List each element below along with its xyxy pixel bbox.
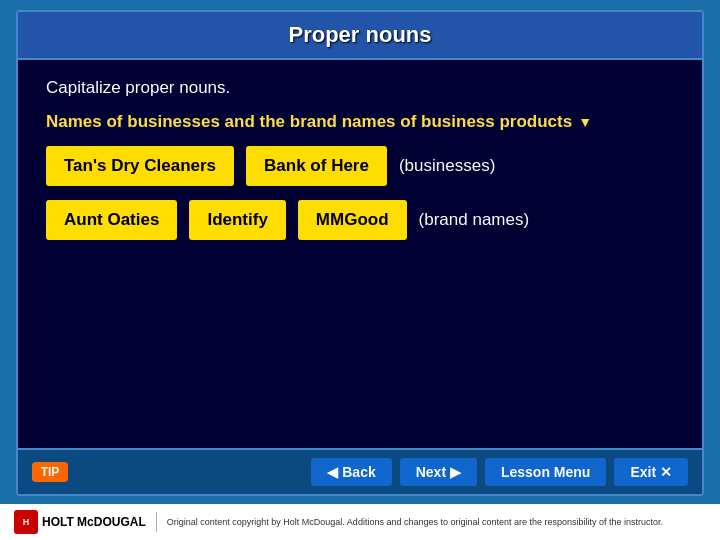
- slide-body: Capitalize proper nouns. Names of busine…: [18, 60, 702, 448]
- back-button[interactable]: ◀ Back: [311, 458, 391, 486]
- example-mmgood: MMGood: [298, 200, 407, 240]
- main-area: Proper nouns Capitalize proper nouns. Na…: [0, 0, 720, 504]
- holt-logo-icon: H: [14, 510, 38, 534]
- slide-container: Proper nouns Capitalize proper nouns. Na…: [16, 10, 704, 496]
- examples-row-2: Aunt Oaties Identify MMGood (brand names…: [46, 200, 674, 240]
- exit-button[interactable]: Exit ✕: [614, 458, 688, 486]
- holt-logo-text: HOLT McDOUGAL: [42, 515, 146, 529]
- example-label-brand-names: (brand names): [419, 210, 530, 230]
- footer-copyright: Original content copyright by Holt McDou…: [167, 517, 706, 527]
- holt-logo: H HOLT McDOUGAL: [14, 510, 146, 534]
- example-aunt-oaties: Aunt Oaties: [46, 200, 177, 240]
- example-tans-dry-cleaners: Tan's Dry Cleaners: [46, 146, 234, 186]
- tip-badge: TIP: [32, 462, 68, 482]
- section-label: Names of businesses and the brand names …: [46, 112, 674, 132]
- slide-title: Proper nouns: [288, 22, 431, 47]
- footer: H HOLT McDOUGAL Original content copyrig…: [0, 504, 720, 540]
- lesson-menu-button[interactable]: Lesson Menu: [485, 458, 606, 486]
- footer-divider: [156, 512, 157, 532]
- examples-row-1: Tan's Dry Cleaners Bank of Here (busines…: [46, 146, 674, 186]
- slide-title-bar: Proper nouns: [18, 12, 702, 60]
- example-identify: Identify: [189, 200, 285, 240]
- slide-subtitle: Capitalize proper nouns.: [46, 78, 674, 98]
- example-bank-of-here: Bank of Here: [246, 146, 387, 186]
- section-arrow: ▼: [578, 114, 592, 130]
- section-label-text: Names of businesses and the brand names …: [46, 112, 572, 132]
- bottom-nav-bar: TIP ◀ Back Next ▶ Lesson Menu Exit ✕: [18, 448, 702, 494]
- next-button[interactable]: Next ▶: [400, 458, 477, 486]
- example-label-businesses: (businesses): [399, 156, 495, 176]
